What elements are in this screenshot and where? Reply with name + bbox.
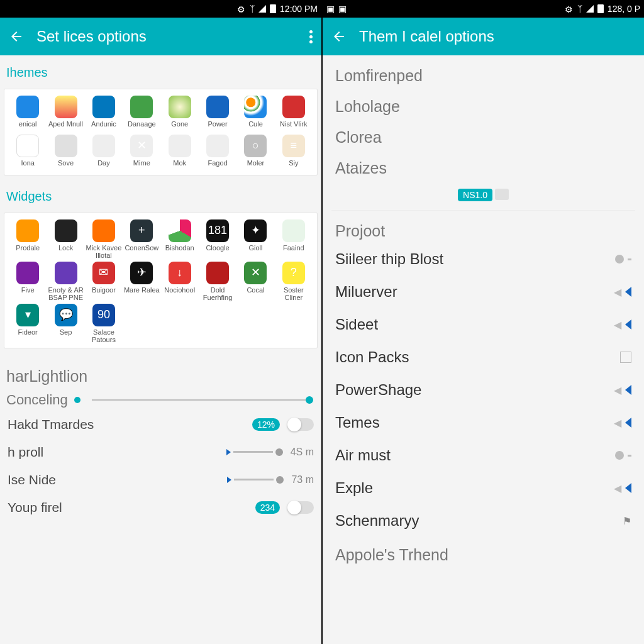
setting-row[interactable]: Siileer thip Blost	[323, 243, 644, 275]
themes-grid: enicalAped MnullAndunicDanaageGonePowerC…	[9, 96, 312, 171]
setting-control[interactable]: ◀	[614, 319, 631, 331]
back-button[interactable]	[331, 29, 347, 44]
app-icon-item[interactable]: Andunic	[86, 96, 122, 132]
overflow-menu-button[interactable]	[309, 30, 313, 43]
hproll-control[interactable]	[226, 450, 283, 454]
status-indicator: ᛉ	[577, 4, 582, 14]
app-icon-item[interactable]: ✈Mare Ralea	[123, 262, 160, 301]
setting-row[interactable]: Temes◀	[323, 406, 644, 439]
top-option[interactable]: Clorea	[323, 122, 644, 153]
projoot-list: Siileer thip BlostMiluerver◀Sideet◀Icon …	[323, 243, 644, 537]
app-icon-item[interactable]: ?Soster Cliner	[275, 262, 312, 301]
setting-control[interactable]: ◀	[614, 417, 631, 429]
app-icon-item[interactable]: Enoty & AR BSAP PNE	[47, 262, 84, 301]
app-icon-item[interactable]: ○Moler	[237, 135, 274, 171]
setting-control[interactable]	[615, 255, 631, 264]
setting-row[interactable]: Sideet◀	[323, 308, 644, 341]
setting-row[interactable]: Icon Packs	[323, 341, 644, 374]
status-bar-left: ⚙ ᛉ 12:00 PM	[0, 0, 321, 18]
app-icon-item[interactable]: ✕Mime	[123, 135, 160, 171]
isenide-control[interactable]	[227, 478, 284, 482]
setting-control[interactable]: ◀	[614, 286, 631, 298]
app-icon-label: Sep	[60, 328, 72, 336]
app-icon	[16, 262, 39, 284]
app-icon-label: Faaind	[283, 244, 304, 252]
setting-label: Exple	[335, 479, 605, 497]
app-icon	[206, 96, 229, 118]
app-icon-item[interactable]: Faaind	[275, 219, 312, 259]
hproll-row[interactable]: h proll 4S m	[0, 438, 321, 466]
app-icon-item[interactable]: Gone	[162, 96, 198, 132]
app-icon-item[interactable]: Prodale	[9, 219, 46, 259]
setting-control[interactable]: ◀	[614, 482, 631, 494]
setting-row[interactable]: Schenmaryy⚑	[323, 504, 644, 537]
app-icon-item[interactable]: Nist Vlirk	[275, 96, 312, 132]
setting-control[interactable]	[615, 451, 631, 460]
app-icon-item[interactable]: 💬Sep	[47, 304, 84, 343]
app-icon-item[interactable]: Aped Mnull	[47, 96, 84, 132]
app-icon-item[interactable]: Day	[86, 135, 122, 171]
hakd-row[interactable]: Hakd Tmardes 12%	[0, 411, 321, 438]
app-icon-label: Aped Mnull	[48, 120, 83, 128]
divider	[331, 210, 635, 211]
app-icon-item[interactable]: 1·8Iona	[9, 135, 46, 171]
top-option[interactable]: Loholage	[323, 91, 644, 122]
app-icon-item[interactable]: Lock	[47, 219, 84, 259]
isenide-label: Ise Nide	[8, 472, 219, 487]
app-icon-item[interactable]: +ConenSow	[123, 219, 160, 259]
app-icon-item[interactable]: Power	[199, 96, 236, 132]
app-icon-label: Dold Fuerhfing	[199, 286, 236, 301]
app-icon-item[interactable]: Bishodan	[162, 219, 198, 259]
setting-label: Temes	[335, 414, 605, 431]
app-icon	[282, 219, 305, 242]
setting-label: Miluerver	[335, 283, 605, 301]
app-icon-item[interactable]: Mick Kavee Illotal	[86, 219, 122, 259]
app-icon-item[interactable]: Dold Fuerhfing	[199, 262, 236, 301]
app-icon-label: Iona	[21, 159, 34, 167]
isenide-row[interactable]: Ise Nide 73 m	[0, 466, 321, 494]
conceling-row[interactable]: Conceling	[0, 388, 321, 411]
battery-icon	[270, 4, 276, 13]
app-icon: ✦	[244, 219, 267, 242]
app-icon-item[interactable]: enical	[9, 96, 46, 132]
app-icon-item[interactable]: Fagod	[199, 135, 236, 171]
setting-row[interactable]: PowerShage◀	[323, 374, 644, 406]
app-icon-item[interactable]: Sove	[47, 135, 84, 171]
app-icon-item[interactable]: ✕Cocal	[237, 262, 274, 301]
ns-chip[interactable]: NS1.0	[458, 189, 492, 201]
app-icon-item[interactable]: Five	[9, 262, 46, 301]
youpfirel-row[interactable]: Youp firel 234	[0, 494, 321, 521]
app-icon-item[interactable]: 181Cloogle	[199, 219, 236, 259]
top-option[interactable]: Ataizes	[323, 153, 644, 184]
setting-row[interactable]: Miluerver◀	[323, 275, 644, 308]
appbar-right: Them I calel options	[323, 18, 644, 55]
hakd-switch[interactable]	[287, 418, 314, 431]
setting-row[interactable]: Air must	[323, 439, 644, 472]
conceling-slider[interactable]	[92, 399, 310, 401]
setting-control[interactable]: ◀	[614, 384, 631, 396]
app-icon-item[interactable]: Cule	[237, 96, 274, 132]
app-icon-item[interactable]: 90Salace Patours	[86, 304, 122, 343]
app-icon-label: Lock	[58, 244, 73, 252]
setting-control[interactable]: ⚑	[623, 515, 631, 527]
app-icon	[16, 96, 39, 118]
chip-handle[interactable]	[495, 189, 509, 200]
app-icon-item[interactable]: Mok	[162, 135, 198, 171]
app-icon-item[interactable]: ✦Gioll	[237, 219, 274, 259]
app-icon-item[interactable]: ▾Fideor	[9, 304, 46, 343]
app-icon	[206, 135, 229, 157]
setting-row[interactable]: Exple◀	[323, 472, 644, 504]
setting-control[interactable]	[620, 352, 631, 363]
setting-label: PowerShage	[335, 381, 605, 399]
app-icon-item[interactable]: ↓Nociohool	[162, 262, 198, 301]
top-option[interactable]: Lomfirenped	[323, 60, 644, 91]
app-icon-item[interactable]: ✉Buigoor	[86, 262, 122, 301]
appbar-title: Them I calel options	[359, 28, 494, 45]
isenide-value: 73 m	[291, 474, 314, 486]
app-icon-item[interactable]: ≡Siy	[275, 135, 312, 171]
app-icon-item[interactable]: Danaage	[123, 96, 160, 132]
youpfirel-switch[interactable]	[287, 501, 314, 514]
app-icon: ▾	[16, 304, 39, 326]
back-button[interactable]	[9, 29, 24, 44]
app-icon	[169, 219, 191, 242]
